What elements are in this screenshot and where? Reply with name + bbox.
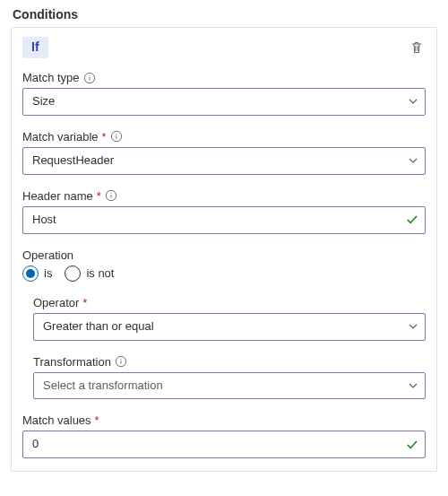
svg-point-8 <box>110 193 111 194</box>
radio-is[interactable]: is <box>22 265 52 282</box>
label-text: Match type <box>22 71 80 84</box>
label-header-name: Header name * <box>22 189 426 203</box>
field-header-name: Header name * <box>22 189 426 234</box>
delete-condition-button[interactable] <box>408 39 426 57</box>
radio-circle <box>22 265 39 282</box>
radio-circle <box>65 265 81 282</box>
section-title: Conditions <box>13 7 437 22</box>
input-header-name[interactable] <box>22 206 426 234</box>
label-transformation: Transformation <box>33 355 426 369</box>
radio-is-not[interactable]: is not <box>65 265 114 282</box>
label-operator: Operator * <box>33 296 426 309</box>
radio-label: is not <box>86 266 114 280</box>
info-icon[interactable] <box>115 355 127 368</box>
trash-icon <box>409 40 424 55</box>
svg-point-2 <box>89 74 90 75</box>
required-asterisk: * <box>97 189 101 203</box>
select-match-type[interactable]: Size <box>22 88 426 116</box>
label-text: Transformation <box>33 355 111 369</box>
input-match-values-wrapper <box>22 431 426 458</box>
label-match-variable: Match variable * <box>22 130 426 144</box>
label-text: Operator <box>33 296 79 309</box>
input-match-values[interactable] <box>22 431 426 458</box>
info-icon[interactable] <box>105 189 117 202</box>
field-operator: Operator * Greater than or equal <box>22 296 426 341</box>
info-icon[interactable] <box>110 130 123 143</box>
select-match-variable[interactable]: RequestHeader <box>22 147 426 175</box>
label-text: Match variable <box>22 130 99 144</box>
condition-card: If Match type Size <box>11 27 437 472</box>
select-placeholder: Select a transformation <box>33 372 426 400</box>
condition-header: If <box>22 37 426 58</box>
label-operation: Operation <box>22 248 426 262</box>
select-operator[interactable]: Greater than or equal <box>33 313 426 341</box>
required-asterisk: * <box>82 296 87 309</box>
label-match-values: Match values * <box>22 413 426 427</box>
label-text: Operation <box>22 248 73 262</box>
operation-radio-group: is is not <box>22 265 426 282</box>
conditions-panel: Conditions If Match type Size <box>0 0 448 483</box>
label-text: Header name <box>22 189 93 203</box>
required-asterisk: * <box>95 413 99 427</box>
select-transformation[interactable]: Select a transformation <box>33 372 426 400</box>
condition-badge: If <box>22 37 48 58</box>
field-match-values: Match values * <box>22 413 426 458</box>
svg-point-11 <box>120 359 121 360</box>
required-asterisk: * <box>102 130 107 144</box>
select-value: Greater than or equal <box>33 313 426 341</box>
select-value: RequestHeader <box>22 147 426 175</box>
field-match-variable: Match variable * RequestHeader <box>22 130 426 175</box>
field-match-type: Match type Size <box>22 71 426 116</box>
info-icon[interactable] <box>83 72 96 84</box>
label-match-type: Match type <box>22 71 426 84</box>
select-value: Size <box>22 88 426 116</box>
input-header-name-wrapper <box>22 206 426 234</box>
field-transformation: Transformation Select a transformation <box>22 355 426 400</box>
field-operation: Operation is is not <box>22 248 426 282</box>
label-text: Match values <box>22 413 91 427</box>
radio-label: is <box>44 266 52 280</box>
svg-point-5 <box>116 134 116 135</box>
